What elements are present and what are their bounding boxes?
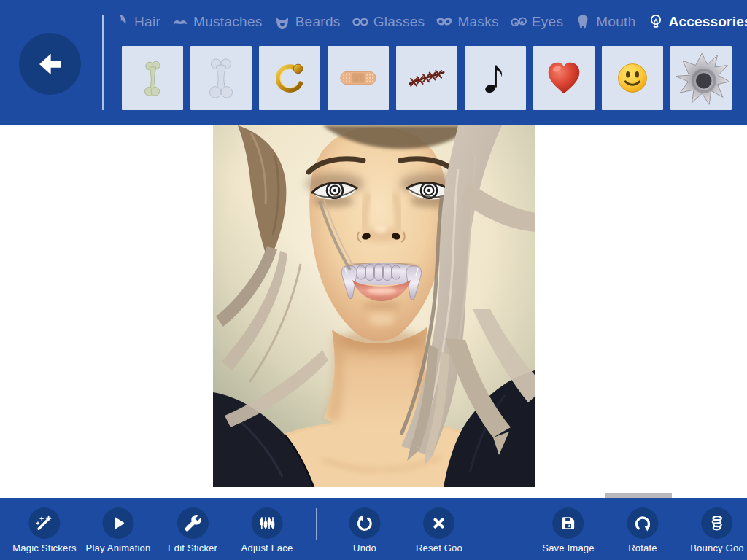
tab-label: Mouth	[596, 14, 635, 30]
undo-button[interactable]: Undo	[349, 508, 381, 553]
mustache-icon	[171, 13, 189, 31]
play-animation-button[interactable]: Play Animation	[86, 508, 151, 553]
music-note-icon	[473, 55, 518, 101]
stitches-icon	[404, 55, 449, 101]
smiley-icon	[610, 55, 655, 101]
tooth-icon	[574, 13, 592, 31]
sticker-thumbnail-heart[interactable]	[533, 46, 595, 110]
sticker-thumbnail-bullet-hole[interactable]	[670, 46, 732, 110]
reset-goo-button[interactable]: Reset Goo	[416, 508, 462, 553]
tab-mustaches[interactable]: Mustaches	[171, 13, 263, 31]
sticker-thumbnail-bone[interactable]	[190, 46, 252, 110]
lightbulb-icon	[647, 13, 665, 31]
bandage-icon	[336, 55, 381, 101]
sticker-thumbnail-bone-small[interactable]	[122, 46, 183, 110]
back-button[interactable]	[19, 33, 81, 95]
photo-canvas[interactable]: Portrait photo of a woman with hypnotic …	[213, 125, 535, 487]
topbar-divider	[102, 15, 104, 110]
sticker-thumbnail-bandage[interactable]	[328, 46, 389, 110]
tab-label: Glasses	[374, 14, 425, 30]
wrench-icon	[184, 514, 202, 532]
rotate-button[interactable]: Rotate	[627, 508, 659, 553]
adjust-face-button[interactable]: Adjust Face	[241, 508, 293, 553]
spring-icon	[708, 514, 726, 532]
x-icon	[430, 514, 448, 532]
sticker-thumbnail-smiley[interactable]	[602, 46, 663, 110]
heart-icon	[541, 55, 587, 101]
tab-masks[interactable]: Masks	[436, 13, 498, 31]
gold-ring-icon	[267, 55, 312, 101]
beard-icon	[274, 13, 291, 31]
bullet-hole-icon	[672, 49, 730, 107]
sticker-tray	[122, 46, 732, 110]
tab-glasses[interactable]: Glasses	[352, 13, 425, 31]
tab-label: Hair	[134, 14, 160, 30]
tab-label: Accessories	[669, 14, 747, 30]
floppy-disk-icon	[560, 514, 578, 532]
tab-label: Eyes	[532, 14, 563, 30]
undo-arrow-icon	[356, 514, 374, 532]
mask-icon	[436, 13, 453, 31]
edit-sticker-button[interactable]: Edit Sticker	[168, 508, 217, 553]
tab-hair[interactable]: Hair	[112, 13, 160, 31]
tab-label: Beards	[295, 14, 341, 30]
sticker-thumbnail-stitches[interactable]	[396, 46, 457, 110]
sliders-icon	[258, 514, 276, 532]
back-arrow-icon	[36, 50, 65, 79]
tab-label: Mustaches	[193, 14, 263, 30]
eyes-icon	[510, 13, 527, 31]
horizontal-scrollbar-thumb[interactable]	[605, 493, 672, 498]
glasses-icon	[352, 13, 369, 31]
magic-stickers-button[interactable]: Magic Stickers	[12, 508, 76, 553]
rotate-arrow-icon	[634, 514, 652, 532]
toolbar-divider	[316, 508, 317, 540]
tab-beards[interactable]: Beards	[274, 13, 341, 31]
category-tabs: Hair Mustaches Beards Glasses Masks Eyes…	[112, 0, 747, 44]
bone-small-icon	[130, 55, 175, 101]
bottom-toolbar: Magic Stickers Play Animation Edit Stick…	[0, 498, 747, 560]
save-image-button[interactable]: Save Image	[542, 508, 594, 553]
sticker-thumbnail-gold-ring[interactable]	[259, 46, 320, 110]
play-icon	[109, 514, 127, 532]
bone-icon	[198, 55, 244, 101]
top-category-bar: Hair Mustaches Beards Glasses Masks Eyes…	[0, 0, 747, 125]
tab-accessories[interactable]: Accessories	[647, 13, 747, 31]
tab-mouth[interactable]: Mouth	[574, 13, 635, 31]
hair-icon	[112, 13, 130, 31]
editor-area: Portrait photo of a woman with hypnotic …	[0, 125, 747, 498]
tab-label: Masks	[457, 14, 498, 30]
bouncy-goo-button[interactable]: Bouncy Goo	[690, 508, 744, 553]
tab-eyes[interactable]: Eyes	[510, 13, 563, 31]
magic-wand-icon	[35, 514, 53, 532]
sticker-thumbnail-music-note[interactable]	[465, 46, 526, 110]
